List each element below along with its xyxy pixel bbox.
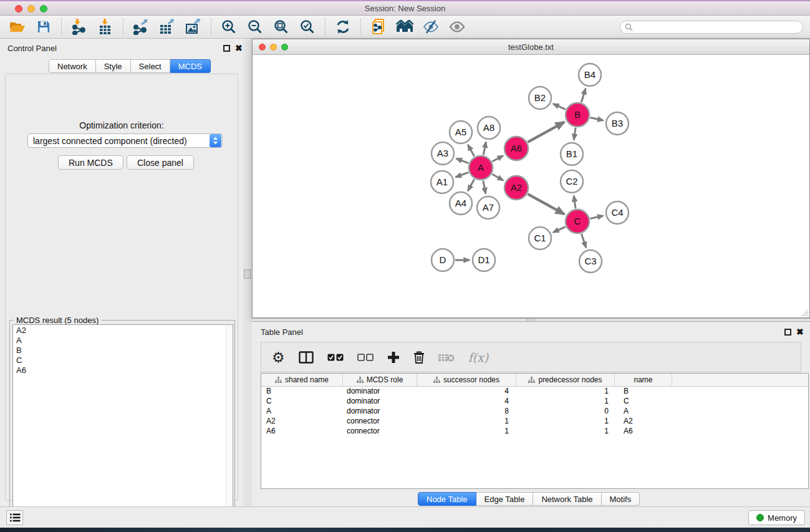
cell-predecessor_nodes[interactable]: 1: [516, 387, 615, 397]
edge-B-B4[interactable]: [581, 89, 586, 102]
table-row[interactable]: Bdominator41B: [261, 387, 808, 397]
tab-edge-table[interactable]: Edge Table: [476, 492, 534, 506]
home-icon[interactable]: [396, 18, 413, 36]
tab-network[interactable]: Network: [49, 59, 96, 73]
tab-mcds[interactable]: MCDS: [170, 59, 211, 73]
edge-A-A3[interactable]: [456, 158, 469, 163]
network-window-titlebar[interactable]: testGlobe.txt: [253, 39, 809, 55]
edge-A-A5[interactable]: [468, 145, 474, 157]
edge-A6-B[interactable]: [528, 122, 564, 142]
edge-B-B1[interactable]: [574, 128, 576, 140]
cell-successor_nodes[interactable]: 4: [417, 397, 516, 407]
edge-A-A7[interactable]: [483, 181, 486, 194]
tab-motifs[interactable]: Motifs: [602, 492, 640, 506]
cell-shared_name[interactable]: A: [261, 407, 343, 417]
result-list-item[interactable]: A2: [13, 325, 233, 335]
tab-style[interactable]: Style: [96, 59, 131, 73]
network-canvas[interactable]: B4B2BB3A8A5A6A3B1AA1C2A2A4A7C4CC1C3DD1: [253, 55, 809, 317]
zoom-selected-icon[interactable]: [299, 18, 316, 36]
splitter-grip[interactable]: [244, 269, 251, 279]
table-settings-gear-icon[interactable]: ⚙: [272, 348, 285, 367]
add-column-icon[interactable]: [387, 348, 400, 367]
cell-shared_name[interactable]: B: [261, 387, 343, 397]
task-history-button[interactable]: [6, 510, 23, 525]
column-header-mcds_role[interactable]: MCDS role: [343, 374, 417, 386]
edge-A-A6[interactable]: [492, 156, 503, 162]
save-session-icon[interactable]: [35, 18, 52, 36]
edge-A-A4[interactable]: [468, 179, 474, 191]
refresh-layout-icon[interactable]: [334, 18, 352, 36]
table-row[interactable]: A6connector11A6: [261, 427, 808, 437]
edge-C-C1[interactable]: [553, 227, 566, 233]
cell-successor_nodes[interactable]: 1: [417, 427, 516, 437]
delete-table-icon[interactable]: [438, 348, 455, 367]
cell-shared_name[interactable]: A6: [261, 427, 343, 437]
cell-successor_nodes[interactable]: 4: [417, 387, 516, 397]
edge-A-A2[interactable]: [492, 174, 503, 180]
cell-mcds_role[interactable]: dominator: [343, 397, 417, 407]
edge-C-C2[interactable]: [574, 196, 576, 208]
export-network-icon[interactable]: [132, 18, 150, 36]
import-table-icon[interactable]: [97, 18, 114, 36]
run-mcds-button[interactable]: Run MCDS: [58, 155, 123, 170]
cell-predecessor_nodes[interactable]: 1: [516, 417, 615, 427]
cell-predecessor_nodes[interactable]: 1: [516, 427, 615, 437]
cell-shared_name[interactable]: C: [261, 397, 343, 407]
cell-predecessor_nodes[interactable]: 1: [516, 397, 615, 407]
zoom-in-icon[interactable]: [220, 18, 238, 36]
delete-column-icon[interactable]: [413, 348, 425, 367]
export-image-icon[interactable]: [185, 18, 202, 36]
result-list-item[interactable]: A6: [13, 365, 233, 375]
export-table-icon[interactable]: [158, 18, 176, 36]
cell-predecessor_nodes[interactable]: 0: [516, 407, 615, 417]
edge-A-A8[interactable]: [483, 142, 486, 155]
result-list-item[interactable]: A: [13, 335, 233, 345]
open-session-icon[interactable]: [9, 18, 26, 36]
column-header-name[interactable]: name: [615, 374, 672, 386]
new-network-from-selection-icon[interactable]: [370, 18, 387, 36]
float-table-panel-icon[interactable]: [784, 329, 791, 336]
column-header-shared_name[interactable]: shared name: [261, 374, 343, 386]
close-panel-icon[interactable]: ✖: [235, 44, 243, 52]
cell-name[interactable]: A6: [615, 427, 672, 437]
cell-mcds_role[interactable]: dominator: [343, 387, 417, 397]
result-list-item[interactable]: B: [13, 345, 233, 355]
optimization-criterion-dropdown[interactable]: largest connected component (directed): [27, 133, 223, 148]
close-panel-button[interactable]: Close panel: [127, 155, 194, 170]
split-view-icon[interactable]: [299, 348, 314, 367]
memory-button[interactable]: Memory: [748, 510, 805, 525]
cell-successor_nodes[interactable]: 1: [417, 417, 516, 427]
edge-C-C3[interactable]: [582, 234, 586, 248]
window-resize-grip[interactable]: [800, 308, 809, 317]
table-row[interactable]: A2connector11A2: [261, 417, 808, 427]
cell-mcds_role[interactable]: connector: [343, 427, 417, 437]
cell-shared_name[interactable]: A2: [261, 417, 343, 427]
tab-select[interactable]: Select: [131, 59, 170, 73]
cell-name[interactable]: C: [615, 397, 672, 407]
cell-name[interactable]: A: [615, 407, 672, 417]
hide-details-icon[interactable]: [422, 18, 440, 36]
zoom-out-icon[interactable]: [246, 18, 264, 36]
edge-B-B3[interactable]: [591, 118, 604, 121]
column-header-predecessor_nodes[interactable]: predecessor nodes: [516, 374, 615, 386]
close-table-panel-icon[interactable]: ✖: [796, 327, 804, 336]
deselect-all-columns-icon[interactable]: [357, 348, 374, 367]
tab-node-table[interactable]: Node Table: [418, 492, 476, 506]
edge-B-B2[interactable]: [553, 104, 566, 109]
cell-successor_nodes[interactable]: 8: [417, 407, 516, 417]
import-network-icon[interactable]: [70, 18, 88, 36]
edge-A-A1[interactable]: [456, 172, 469, 177]
cell-name[interactable]: A2: [615, 417, 672, 427]
float-panel-icon[interactable]: [223, 45, 230, 52]
edge-C-C4[interactable]: [591, 216, 604, 219]
table-row[interactable]: Cdominator41C: [261, 397, 808, 407]
zoom-fit-icon[interactable]: [272, 18, 290, 36]
result-list-scrollbar[interactable]: [226, 325, 233, 530]
cell-mcds_role[interactable]: dominator: [343, 407, 417, 417]
tab-network-table[interactable]: Network Table: [533, 492, 601, 506]
search-input[interactable]: [633, 22, 803, 32]
cell-name[interactable]: B: [615, 387, 672, 397]
cell-mcds_role[interactable]: connector: [343, 417, 417, 427]
edge-A2-C[interactable]: [528, 194, 564, 214]
select-all-columns-icon[interactable]: [327, 348, 344, 367]
